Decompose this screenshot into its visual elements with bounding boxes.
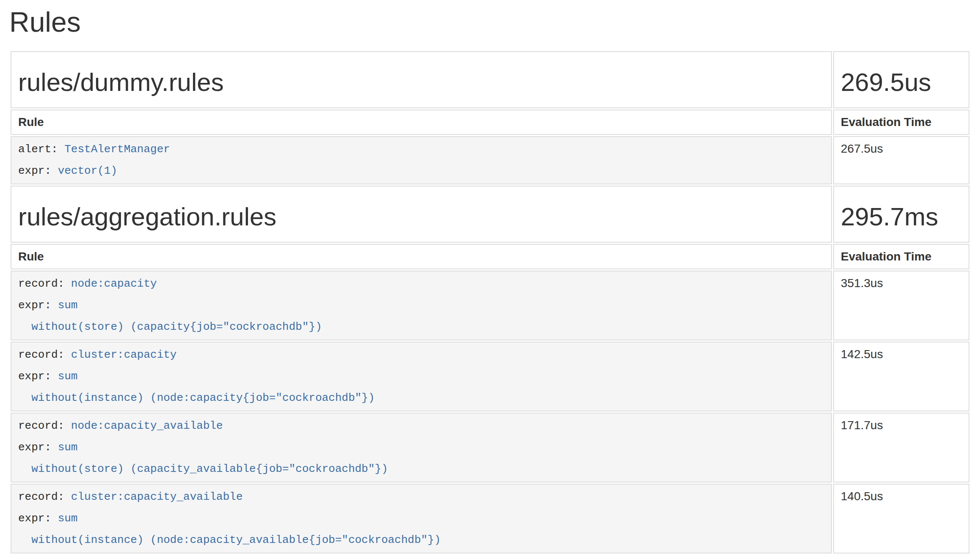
eval-time-cell: 267.5us (833, 136, 969, 184)
column-header-rule: Rule (11, 244, 832, 269)
rule-expr-link[interactable]: sum without(store) (capacity_available{j… (18, 441, 388, 475)
rule-cell: record: cluster:capacity expr: sum witho… (11, 342, 832, 411)
rule-name-link[interactable]: node:capacity_available (71, 419, 223, 432)
group-name-cell: rules/aggregation.rules (11, 186, 832, 243)
rule-expr-link[interactable]: vector(1) (58, 164, 117, 177)
group-eval-time-cell: 295.7ms (833, 186, 969, 243)
rule-name-link[interactable]: node:capacity (71, 277, 157, 290)
expr-keyword: expr: (18, 370, 51, 383)
rule-keyword: alert: (18, 143, 58, 156)
rule-code: record: cluster:capacity_available expr:… (18, 486, 824, 551)
eval-time-cell: 142.5us (833, 342, 969, 411)
rule-name-link[interactable]: TestAlertManager (64, 143, 170, 156)
rule-row: record: cluster:capacity expr: sum witho… (11, 342, 969, 411)
group-name-cell: rules/dummy.rules (11, 51, 832, 108)
column-header-eval-time: Evaluation Time (833, 110, 969, 135)
rule-row: alert: TestAlertManager expr: vector(1) … (11, 136, 969, 184)
group-header-row: rules/dummy.rules 269.5us (11, 51, 969, 108)
column-header-row: Rule Evaluation Time (11, 110, 969, 135)
eval-time-cell: 140.5us (833, 484, 969, 554)
rule-name-link[interactable]: cluster:capacity (71, 348, 177, 361)
rule-row: record: node:capacity_available expr: su… (11, 413, 969, 482)
expr-keyword: expr: (18, 441, 51, 454)
rule-row: record: node:capacity expr: sum without(… (11, 271, 969, 340)
expr-keyword: expr: (18, 512, 51, 525)
group-header-row: rules/aggregation.rules 295.7ms (11, 186, 969, 243)
rule-code: alert: TestAlertManager expr: vector(1) (18, 139, 824, 182)
rule-code: record: node:capacity expr: sum without(… (18, 273, 824, 338)
group-eval-time: 269.5us (841, 69, 962, 96)
eval-time-cell: 171.7us (833, 413, 969, 482)
rule-row: record: cluster:capacity_available expr:… (11, 484, 969, 554)
expr-keyword: expr: (18, 164, 51, 177)
rule-cell: record: node:capacity expr: sum without(… (11, 271, 832, 340)
group-title: rules/dummy.rules (18, 69, 824, 96)
rule-cell: alert: TestAlertManager expr: vector(1) (11, 136, 832, 184)
rule-expr-link[interactable]: sum without(store) (capacity{job="cockro… (18, 299, 322, 333)
column-header-rule: Rule (11, 110, 832, 135)
column-header-row: Rule Evaluation Time (11, 244, 969, 269)
rule-expr-link[interactable]: sum without(instance) (node:capacity_ava… (18, 512, 441, 546)
group-eval-time: 295.7ms (841, 203, 962, 231)
group-eval-time-cell: 269.5us (833, 51, 969, 108)
rule-code: record: node:capacity_available expr: su… (18, 415, 824, 480)
eval-time-cell: 351.3us (833, 271, 969, 340)
rule-name-link[interactable]: cluster:capacity_available (71, 490, 243, 503)
column-header-eval-time: Evaluation Time (833, 244, 969, 269)
group-title: rules/aggregation.rules (18, 203, 824, 231)
rule-cell: record: node:capacity_available expr: su… (11, 413, 832, 482)
rule-keyword: record: (18, 490, 64, 503)
rule-code: record: cluster:capacity expr: sum witho… (18, 344, 824, 409)
rule-keyword: record: (18, 277, 64, 290)
rule-keyword: record: (18, 419, 64, 432)
rule-keyword: record: (18, 348, 64, 361)
rule-expr-link[interactable]: sum without(instance) (node:capacity{job… (18, 370, 375, 404)
expr-keyword: expr: (18, 299, 51, 312)
rule-cell: record: cluster:capacity_available expr:… (11, 484, 832, 554)
rules-table: rules/dummy.rules 269.5us Rule Evaluatio… (9, 50, 971, 555)
page-title: Rules (9, 7, 971, 38)
